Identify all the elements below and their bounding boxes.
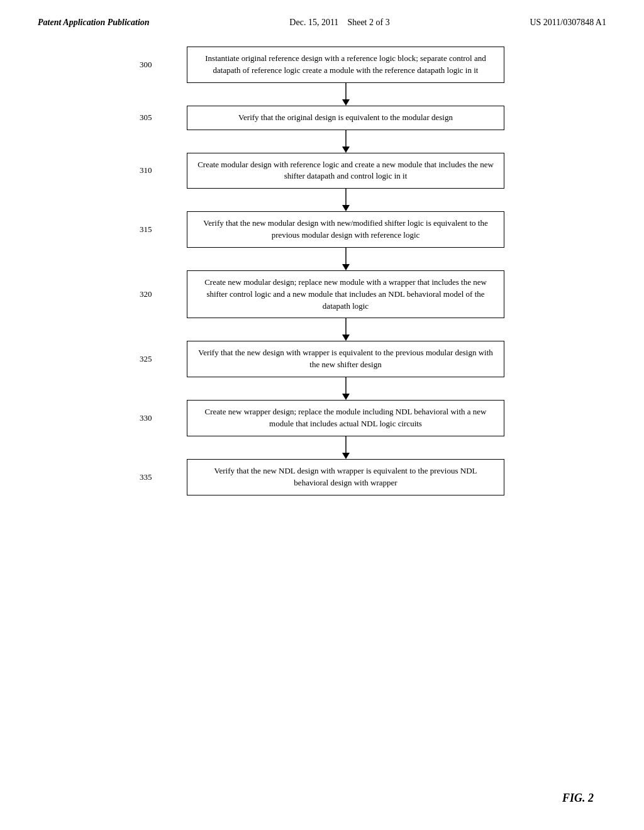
step-row-315: 315Verify that the new modular design wi…: [140, 211, 504, 248]
svg-marker-7: [342, 264, 350, 270]
step-box-310: Create modular design with reference log…: [187, 153, 504, 189]
step-label-300: 300: [140, 60, 187, 70]
step-row-305: 305Verify that the original design is eq…: [140, 106, 504, 130]
arrow-305: [187, 130, 504, 153]
arrow-300: [187, 83, 504, 106]
arrow-325: [187, 377, 504, 400]
step-label-325: 325: [140, 354, 187, 364]
step-box-305: Verify that the original design is equiv…: [187, 106, 504, 130]
step-box-330: Create new wrapper design; replace the m…: [187, 400, 504, 436]
step-label-305: 305: [140, 113, 187, 123]
header: Patent Application Publication Dec. 15, …: [0, 0, 644, 28]
diagram-area: 300Instantiate original reference design…: [140, 47, 504, 495]
step-row-335: 335Verify that the new NDL design with w…: [140, 459, 504, 495]
step-label-330: 330: [140, 413, 187, 423]
svg-marker-1: [342, 99, 350, 106]
arrow-320: [187, 318, 504, 341]
step-box-300: Instantiate original reference design wi…: [187, 47, 504, 83]
step-label-315: 315: [140, 224, 187, 235]
step-label-310: 310: [140, 165, 187, 175]
step-row-300: 300Instantiate original reference design…: [140, 47, 504, 83]
fig-label: FIG. 2: [562, 792, 594, 805]
svg-marker-13: [342, 453, 350, 459]
step-label-335: 335: [140, 472, 187, 482]
svg-marker-3: [342, 147, 350, 153]
svg-marker-11: [342, 394, 350, 400]
svg-marker-9: [342, 335, 350, 341]
arrow-315: [187, 248, 504, 270]
step-row-330: 330Create new wrapper design; replace th…: [140, 400, 504, 436]
step-box-335: Verify that the new NDL design with wrap…: [187, 459, 504, 495]
step-label-320: 320: [140, 289, 187, 299]
header-center: Dec. 15, 2011 Sheet 2 of 3: [289, 18, 389, 28]
arrow-310: [187, 189, 504, 211]
step-box-325: Verify that the new design with wrapper …: [187, 341, 504, 377]
step-row-310: 310Create modular design with reference …: [140, 153, 504, 189]
header-left: Patent Application Publication: [38, 18, 150, 28]
svg-marker-5: [342, 205, 350, 211]
step-row-320: 320Create new modular design; replace ne…: [140, 270, 504, 319]
step-row-325: 325Verify that the new design with wrapp…: [140, 341, 504, 377]
step-box-315: Verify that the new modular design with …: [187, 211, 504, 248]
header-right: US 2011/0307848 A1: [530, 18, 606, 28]
arrow-330: [187, 436, 504, 459]
step-box-320: Create new modular design; replace new m…: [187, 270, 504, 319]
